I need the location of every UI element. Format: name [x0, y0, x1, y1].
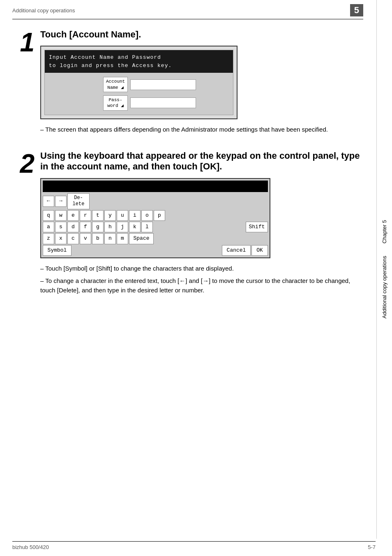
- note1-text: – Touch [Symbol] or [Shift] to change th…: [40, 264, 234, 273]
- step1-note-item: – The screen that appears differs depend…: [40, 125, 363, 134]
- step1-title: Touch [Account Name].: [40, 29, 363, 40]
- password-row: Pass-word ◢: [51, 95, 226, 111]
- key-j[interactable]: j: [117, 222, 128, 232]
- key-ok[interactable]: OK: [251, 245, 268, 256]
- sidebar-chapter-label: Chapter 5: [381, 220, 387, 243]
- key-v[interactable]: v: [80, 233, 91, 244]
- key-i[interactable]: i: [129, 210, 141, 221]
- key-h[interactable]: h: [104, 222, 116, 232]
- header-chapter-num: 5: [350, 4, 363, 16]
- step1-note: – The screen that appears differs depend…: [40, 125, 363, 134]
- keyboard-display: [43, 181, 268, 192]
- password-input-display: [130, 97, 196, 108]
- step1-block: 1 Touch [Account Name]. Input Account Na…: [12, 29, 363, 137]
- sidebar: Chapter 5 Additional copy operations: [376, 0, 392, 539]
- key-y[interactable]: y: [104, 210, 116, 221]
- password-label[interactable]: Pass-word ◢: [103, 95, 128, 111]
- page-header: Additional copy operations 5: [12, 0, 363, 19]
- key-o[interactable]: o: [141, 210, 153, 221]
- key-b[interactable]: b: [92, 233, 104, 244]
- key-shift[interactable]: Shift: [246, 222, 268, 232]
- step1-screen: Input Account Name and Password to login…: [40, 46, 238, 119]
- key-space[interactable]: Space: [129, 233, 154, 244]
- key-d[interactable]: d: [67, 222, 79, 232]
- keyboard-box: ← → De-lete q w e r t y u i o: [40, 178, 270, 258]
- footer-left: bizhub 500/420: [12, 544, 49, 550]
- step2-title: Using the keyboard that appeared or the …: [40, 151, 363, 172]
- keyboard-rows: ← → De-lete q w e r t y u i o: [43, 193, 268, 256]
- step2-block: 2 Using the keyboard that appeared or th…: [12, 151, 363, 298]
- kb-bottom-row: Symbol Cancel OK: [43, 245, 268, 256]
- prompt-line1: Input Account Name and Password: [49, 53, 229, 62]
- screen-prompt: Input Account Name and Password to login…: [45, 50, 233, 73]
- kb-nav-row: ← → De-lete: [43, 193, 268, 209]
- key-symbol[interactable]: Symbol: [43, 245, 71, 256]
- key-e[interactable]: e: [67, 210, 79, 221]
- main-content: Additional copy operations 5 1 Touch [Ac…: [0, 0, 376, 310]
- step2-number: 2: [12, 151, 35, 177]
- account-row: AccountName ◢: [51, 77, 226, 92]
- key-delete[interactable]: De-lete: [67, 193, 90, 209]
- header-title: Additional copy operations: [12, 7, 75, 14]
- key-u[interactable]: u: [117, 210, 128, 221]
- key-p[interactable]: p: [154, 210, 165, 221]
- step2-note2: – To change a character in the entered t…: [40, 276, 363, 295]
- key-k[interactable]: k: [129, 222, 141, 232]
- key-s[interactable]: s: [55, 222, 67, 232]
- screen-form: AccountName ◢ Pass-word ◢: [45, 73, 233, 114]
- key-t[interactable]: t: [92, 210, 104, 221]
- kb-row2: a s d f g h j k l Shift: [43, 222, 268, 232]
- account-input-display: [130, 79, 196, 90]
- sidebar-section-label: Additional copy operations: [381, 256, 387, 319]
- key-f[interactable]: f: [80, 222, 91, 232]
- step2-content: Using the keyboard that appeared or the …: [40, 151, 363, 298]
- footer-right: 5-7: [368, 544, 376, 550]
- key-z[interactable]: z: [43, 233, 54, 244]
- step1-number: 1: [12, 29, 35, 56]
- key-left-arrow[interactable]: ←: [43, 196, 54, 206]
- key-right-arrow[interactable]: →: [55, 196, 67, 206]
- step1-content: Touch [Account Name]. Input Account Name…: [40, 29, 363, 137]
- key-q[interactable]: q: [43, 210, 54, 221]
- step2-note1: – Touch [Symbol] or [Shift] to change th…: [40, 264, 363, 273]
- step2-notes: – Touch [Symbol] or [Shift] to change th…: [40, 264, 363, 295]
- key-l[interactable]: l: [141, 222, 153, 232]
- prompt-line2: to login and press the Access key.: [49, 62, 229, 70]
- note2-text: – To change a character in the entered t…: [40, 276, 363, 295]
- key-m[interactable]: m: [117, 233, 128, 244]
- key-g[interactable]: g: [92, 222, 104, 232]
- screen-inner: Input Account Name and Password to login…: [44, 50, 233, 115]
- key-a[interactable]: a: [43, 222, 54, 232]
- key-cancel[interactable]: Cancel: [222, 245, 251, 256]
- key-x[interactable]: x: [55, 233, 67, 244]
- note-text: – The screen that appears differs depend…: [40, 125, 328, 134]
- kb-row1: q w e r t y u i o p: [43, 210, 268, 221]
- key-n[interactable]: n: [104, 233, 116, 244]
- key-r[interactable]: r: [80, 210, 91, 221]
- account-label[interactable]: AccountName ◢: [103, 77, 128, 92]
- key-c[interactable]: c: [67, 233, 79, 244]
- kb-row3: z x c v b n m Space: [43, 233, 268, 244]
- key-w[interactable]: w: [55, 210, 67, 221]
- page-footer: bizhub 500/420 5-7: [12, 541, 376, 550]
